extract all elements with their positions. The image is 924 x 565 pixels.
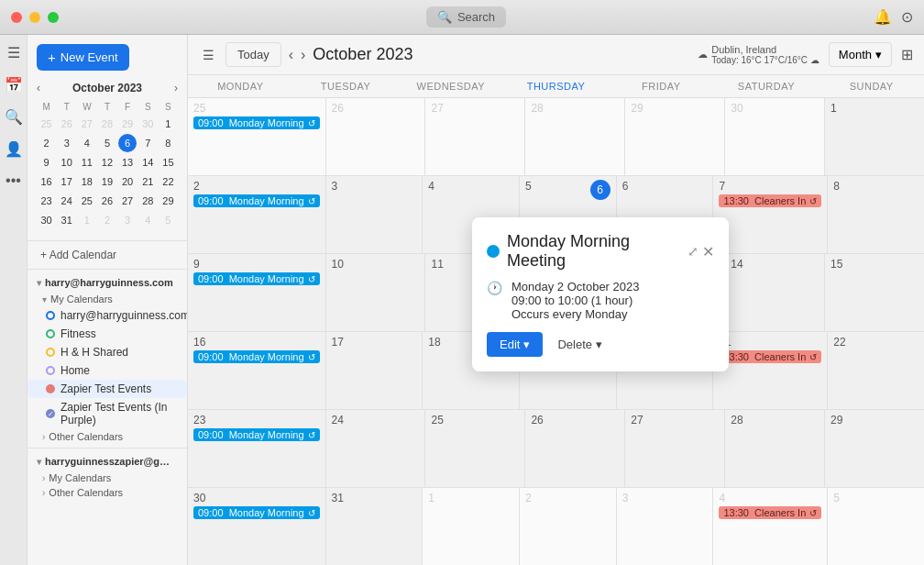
cell-sep30[interactable]: 30 <box>725 98 825 175</box>
cell-oct23[interactable]: 23 09:00 Monday Morning ↺ <box>188 410 326 487</box>
sidebar-account-1[interactable]: ▾ harry@harryguinness.com <box>28 273 187 292</box>
sidebar-group-my-calendars-2[interactable]: › My Calendars <box>28 471 187 485</box>
mini-day[interactable]: 2 <box>38 134 56 152</box>
mini-day[interactable]: 26 <box>58 115 76 133</box>
cell-sep28[interactable]: 28 <box>525 98 625 175</box>
mini-day[interactable]: 3 <box>58 134 76 152</box>
mini-day[interactable]: 5 <box>98 134 116 152</box>
cell-oct9[interactable]: 9 09:00 Monday Morning ↺ <box>188 254 326 331</box>
notifications-icon[interactable]: 🔔 <box>874 8 892 26</box>
new-event-button[interactable]: + New Event <box>37 44 129 71</box>
mini-day[interactable]: 22 <box>159 172 177 191</box>
mini-day[interactable]: 13 <box>118 153 137 172</box>
mini-day[interactable]: 4 <box>78 134 96 152</box>
cell-nov4[interactable]: 4 13:30 Cleaners In ↺ <box>713 488 828 565</box>
cleaners-event-3[interactable]: 13:30 Cleaners In ↺ <box>719 506 821 519</box>
today-button[interactable]: Today <box>226 42 281 67</box>
close-button[interactable] <box>11 12 22 23</box>
cell-oct2[interactable]: 2 09:00 Monday Morning ↺ <box>188 176 326 253</box>
sidebar-cal-harry[interactable]: harry@harryguinness.com <box>28 306 187 325</box>
cell-sep27[interactable]: 27 <box>425 98 525 175</box>
monday-morning-event-4[interactable]: 09:00 Monday Morning ↺ <box>193 350 320 363</box>
mini-day[interactable]: 12 <box>98 153 116 172</box>
view-mode-button[interactable]: Month ▾ <box>829 42 892 67</box>
cell-oct14[interactable]: 14 <box>725 254 825 331</box>
cell-oct1[interactable]: 1 <box>825 98 924 175</box>
sidebar-group-other-calendars-2[interactable]: › Other Calendars <box>28 485 187 500</box>
sidebar-toggle-icon[interactable]: ☰ <box>199 46 218 64</box>
cell-sep26[interactable]: 26 <box>326 98 426 175</box>
search-icon[interactable]: 🔍 <box>5 108 23 126</box>
cell-oct22[interactable]: 22 <box>828 332 924 409</box>
cell-sep29[interactable]: 29 <box>625 98 725 175</box>
mini-day[interactable]: 24 <box>58 192 76 210</box>
cleaners-event-1[interactable]: 13:30 Cleaners In ↺ <box>719 194 821 207</box>
search-bar[interactable]: 🔍 Search <box>426 6 506 28</box>
mini-day[interactable]: 8 <box>159 134 177 152</box>
mini-day[interactable]: 28 <box>98 115 116 133</box>
cell-oct29[interactable]: 29 <box>825 410 924 487</box>
mini-day[interactable]: 7 <box>138 134 157 152</box>
cell-oct17[interactable]: 17 <box>326 332 424 409</box>
mini-day[interactable]: 14 <box>138 153 157 172</box>
mini-day[interactable]: 3 <box>118 211 137 229</box>
monday-morning-event-5[interactable]: 09:00 Monday Morning ↺ <box>193 428 320 441</box>
cell-nov3[interactable]: 3 <box>617 488 714 565</box>
menu-icon[interactable]: ⊙ <box>901 8 913 26</box>
sidebar-cal-shared[interactable]: H & H Shared <box>28 343 187 361</box>
mini-day[interactable]: 10 <box>58 153 76 172</box>
cell-oct24[interactable]: 24 <box>326 410 426 487</box>
mini-day[interactable]: 2 <box>98 211 116 229</box>
mini-day[interactable]: 19 <box>98 172 116 191</box>
sidebar-cal-fitness[interactable]: Fitness <box>28 325 187 343</box>
popup-expand-button[interactable]: ⤢ <box>688 243 698 260</box>
mini-day[interactable]: 15 <box>159 153 177 172</box>
mini-day[interactable]: 23 <box>38 192 56 210</box>
mini-day[interactable]: 25 <box>78 192 96 210</box>
prev-month-button[interactable]: ‹ <box>289 47 293 63</box>
mini-day[interactable]: 21 <box>138 172 157 191</box>
mini-day[interactable]: 1 <box>159 115 177 133</box>
mini-day[interactable]: 20 <box>118 172 137 191</box>
menu-icon[interactable]: ☰ <box>7 44 20 61</box>
mini-day[interactable]: 30 <box>38 211 56 229</box>
mini-cal-next[interactable]: › <box>174 82 178 94</box>
cell-oct26[interactable]: 26 <box>525 410 625 487</box>
mini-day-today[interactable]: 6 <box>118 134 137 152</box>
popup-close-button[interactable]: ✕ <box>702 243 714 260</box>
sidebar-group-other-calendars[interactable]: › Other Calendars <box>28 429 187 444</box>
mini-day[interactable]: 30 <box>138 115 157 133</box>
cleaners-event-2[interactable]: 13:30 Cleaners In ↺ <box>719 350 821 363</box>
more-icon[interactable]: ••• <box>6 172 21 189</box>
cell-oct16[interactable]: 16 09:00 Monday Morning ↺ <box>188 332 326 409</box>
cell-oct3[interactable]: 3 <box>326 176 424 253</box>
mini-day[interactable]: 27 <box>78 115 96 133</box>
mini-day[interactable]: 28 <box>138 192 157 210</box>
mini-day[interactable]: 26 <box>98 192 116 210</box>
mini-day[interactable]: 16 <box>38 172 56 191</box>
calendar-icon[interactable]: 📅 <box>5 76 23 94</box>
sidebar-cal-home[interactable]: Home <box>28 361 187 380</box>
cell-oct25[interactable]: 25 <box>425 410 525 487</box>
mini-day[interactable]: 18 <box>78 172 96 191</box>
mini-day[interactable]: 31 <box>58 211 76 229</box>
cell-sep25[interactable]: 25 09:00 Monday Morning ↺ <box>188 98 326 175</box>
mini-day[interactable]: 25 <box>38 115 56 133</box>
mini-day[interactable]: 29 <box>159 192 177 210</box>
cell-oct8[interactable]: 8 <box>828 176 924 253</box>
monday-morning-event-6[interactable]: 09:00 Monday Morning ↺ <box>193 506 320 519</box>
cell-oct27[interactable]: 27 <box>625 410 725 487</box>
mini-day[interactable]: 11 <box>78 153 96 172</box>
mini-day[interactable]: 27 <box>118 192 137 210</box>
maximize-button[interactable] <box>48 12 59 23</box>
cell-oct10[interactable]: 10 <box>326 254 426 331</box>
sidebar-cal-zapier-purple[interactable]: ✓ Zapier Test Events (In Purple) <box>28 398 187 429</box>
mini-day[interactable]: 29 <box>118 115 137 133</box>
mini-day[interactable]: 1 <box>78 211 96 229</box>
mini-day[interactable]: 17 <box>58 172 76 191</box>
next-month-button[interactable]: › <box>301 47 305 63</box>
monday-morning-event-2[interactable]: 09:00 Monday Morning ↺ <box>193 194 320 207</box>
mini-cal-prev[interactable]: ‹ <box>37 82 40 94</box>
sidebar-account-2[interactable]: ▾ harryguinnesszapier@gmail.com <box>28 452 187 471</box>
popup-edit-button[interactable]: Edit ▾ <box>487 332 543 357</box>
